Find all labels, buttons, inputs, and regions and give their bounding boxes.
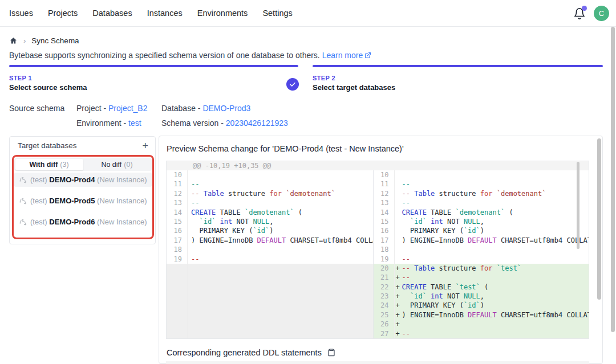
step-1-completed-check xyxy=(286,78,299,91)
code-line-16: 16 PRIMARY KEY (`id`) xyxy=(374,226,589,235)
top-navbar: IssuesProjectsDatabasesInstancesEnvironm… xyxy=(0,0,616,27)
code-line-12: 12-- Table structure for `demotenant` xyxy=(167,189,373,198)
diff-filler-region xyxy=(167,264,373,339)
code-line-17: 17) ENGINE=InnoDB DEFAULT CHARSET=utf8mb… xyxy=(374,236,589,245)
breadcrumb-page-label: Sync Schema xyxy=(31,36,79,45)
code-line-18: 18 xyxy=(374,245,589,254)
editor-scrollbar-thumb[interactable] xyxy=(577,162,579,249)
intro-text: Bytebase supports synchronizing a specif… xyxy=(9,51,371,60)
code-line-19: 19-- xyxy=(374,255,589,264)
page-scrollbar-thumb[interactable] xyxy=(611,27,615,332)
code-line-12: 12-- Table structure for `demotenant` xyxy=(374,189,589,198)
mysql-icon xyxy=(19,176,27,184)
home-icon[interactable] xyxy=(9,36,18,45)
code-line-18: 18 xyxy=(167,245,373,254)
code-line-14: 14CREATE TABLE `demotenant` ( xyxy=(167,208,373,217)
target-databases-title: Target databases xyxy=(18,141,77,150)
step-2-bar xyxy=(313,65,603,67)
schema-version-field: Schema version - 20230426121923 xyxy=(161,118,288,128)
diff-tabs: With diff(3)No diff(0) xyxy=(14,158,152,171)
code-line-16: 16 PRIMARY KEY (`id`) xyxy=(167,226,373,235)
nav-item-projects[interactable]: Projects xyxy=(48,9,78,18)
target-database-list: (test) DEMO-Prod4 (New Instance)(test) D… xyxy=(14,173,152,236)
diff-pane-modified: 1011--12-- Table structure for `demotena… xyxy=(374,170,589,339)
target-item-demo-prod6[interactable]: (test) DEMO-Prod6 (New Instance) xyxy=(14,215,152,229)
code-line-21: 21+-- xyxy=(374,273,589,282)
target-databases-panel: Target databases + With diff(3)No diff(0… xyxy=(9,136,156,244)
database-field: Database - DEMO-Prod3 xyxy=(161,104,250,113)
code-line-19: 19-- xyxy=(167,255,373,264)
avatar[interactable]: C xyxy=(594,6,609,21)
diff-hunk-header: @@ -10,19 +10,35 @@ xyxy=(167,161,589,170)
breadcrumb-separator-icon: › xyxy=(23,36,26,45)
code-line-10: 10 xyxy=(374,170,589,179)
main-nav: IssuesProjectsDatabasesInstancesEnvironm… xyxy=(0,9,293,18)
diff-editor: @@ -10,19 +10,35 @@ 1011--12-- Table str… xyxy=(166,161,589,339)
environment-link[interactable]: test xyxy=(128,118,141,128)
ddl-code-block-top xyxy=(166,361,589,364)
code-line-26: 26+ xyxy=(374,320,589,329)
preview-panel: Preview Schema change for 'DEMO-Prod4 (t… xyxy=(159,136,603,364)
step-2-label: STEP 2 xyxy=(313,75,603,81)
nav-item-settings[interactable]: Settings xyxy=(262,9,292,18)
step-1-label: STEP 1 xyxy=(9,75,298,81)
gutter-divider xyxy=(187,170,188,339)
gutter-divider xyxy=(394,170,395,339)
mysql-icon xyxy=(19,218,27,226)
diff-pane-original: 1011--12-- Table structure for `demotena… xyxy=(167,170,374,339)
step-2: STEP 2 Select target databases xyxy=(313,65,603,92)
check-icon xyxy=(289,81,296,88)
nav-item-instances[interactable]: Instances xyxy=(147,9,183,18)
code-line-10: 10 xyxy=(167,170,373,179)
step-1-bar xyxy=(9,65,298,67)
step-2-title: Select target databases xyxy=(313,83,603,92)
code-line-24: 24+ PRIMARY KEY (`id`) xyxy=(374,301,589,310)
code-line-14: 14CREATE TABLE `demotenant` ( xyxy=(374,208,589,217)
code-line-23: 23+ `id` int NOT NULL, xyxy=(374,292,589,301)
step-1: STEP 1 Select source schema xyxy=(9,65,298,92)
preview-title: Preview Schema change for 'DEMO-Prod4 (t… xyxy=(167,144,404,153)
ddl-section-title: Corresponding generated DDL statements xyxy=(167,348,322,357)
code-line-13: 13-- xyxy=(374,198,589,207)
project-link[interactable]: Project_B2 xyxy=(108,104,147,113)
code-line-17: 17) ENGINE=InnoDB DEFAULT CHARSET=utf8mb… xyxy=(167,236,373,245)
project-field: Project - Project_B2 xyxy=(76,104,148,113)
intro-description: Bytebase supports synchronizing a specif… xyxy=(9,51,320,60)
external-link-icon xyxy=(364,51,371,60)
target-item-demo-prod5[interactable]: (test) DEMO-Prod5 (New Instance) xyxy=(14,194,152,208)
code-line-13: 13-- xyxy=(167,198,373,207)
mysql-icon xyxy=(19,197,27,205)
code-line-27: 27+-- xyxy=(374,329,589,338)
notifications-button[interactable] xyxy=(573,7,586,20)
source-schema-label: Source schema xyxy=(9,104,64,113)
nav-item-environments[interactable]: Environments xyxy=(197,9,248,18)
code-line-15: 15 `id` int NOT NULL, xyxy=(374,217,589,226)
nav-item-issues[interactable]: Issues xyxy=(9,9,33,18)
code-line-15: 15 `id` int NOT NULL, xyxy=(167,217,373,226)
database-link[interactable]: DEMO-Prod3 xyxy=(202,104,250,113)
environment-field: Environment - test xyxy=(76,118,141,128)
code-line-11: 11-- xyxy=(374,179,589,189)
code-line-25: 25+) ENGINE=InnoDB DEFAULT CHARSET=utf8m… xyxy=(374,310,589,320)
step-1-title: Select source schema xyxy=(9,83,298,92)
add-target-button[interactable]: + xyxy=(142,142,148,150)
code-line-20: 20+-- Table structure for `test` xyxy=(374,264,589,273)
copy-icon[interactable] xyxy=(327,348,336,357)
nav-item-databases[interactable]: Databases xyxy=(92,9,132,18)
schema-version-link[interactable]: 20230426121923 xyxy=(226,118,288,128)
breadcrumb: › Sync Schema xyxy=(9,36,79,45)
learn-more-link[interactable]: Learn more xyxy=(322,51,372,60)
tab-with-diff[interactable]: With diff(3) xyxy=(15,159,83,170)
target-item-demo-prod4[interactable]: (test) DEMO-Prod4 (New Instance) xyxy=(14,173,152,187)
tab-no-diff[interactable]: No diff(0) xyxy=(83,159,151,170)
notification-dot xyxy=(582,6,587,11)
code-line-11: 11-- xyxy=(167,179,373,189)
panel-scrollbar-thumb[interactable] xyxy=(597,138,601,300)
code-line-22: 22+CREATE TABLE `test` ( xyxy=(374,283,589,292)
